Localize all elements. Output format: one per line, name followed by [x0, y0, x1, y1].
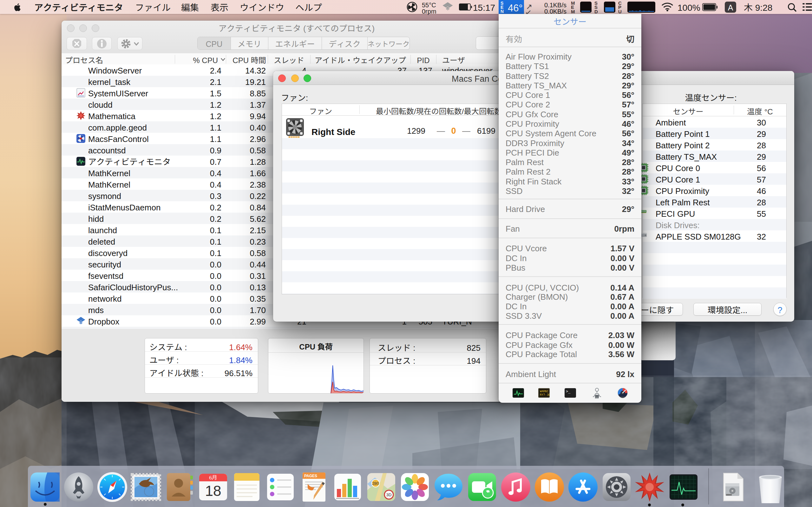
svg-text:RY7:36: RY7:36 — [540, 393, 550, 396]
svg-text:WARNI: WARNI — [540, 390, 548, 393]
svg-text:280: 280 — [372, 481, 379, 486]
svg-text:3D: 3D — [386, 493, 392, 497]
svg-text:PAGES: PAGES — [304, 474, 317, 478]
svg-text:6月: 6月 — [209, 473, 217, 481]
svg-text:>_: >_ — [566, 389, 571, 394]
svg-text:18: 18 — [205, 483, 221, 499]
